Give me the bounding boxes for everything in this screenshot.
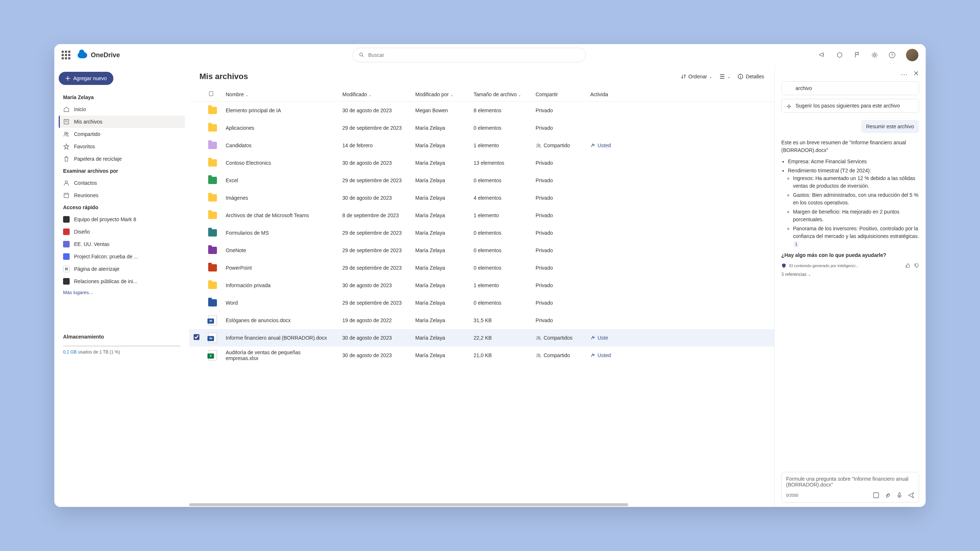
folder-icon bbox=[208, 142, 217, 149]
copilot-input-placeholder: Formule una pregunta sobre "Informe fina… bbox=[786, 476, 915, 489]
table-row[interactable]: Aplicaciones 29 de septiembre de 2023 Ma… bbox=[189, 119, 775, 137]
details-button[interactable]: Detalles bbox=[738, 74, 764, 79]
list-view-icon bbox=[719, 74, 725, 79]
mic-icon[interactable] bbox=[896, 492, 903, 499]
file-activity bbox=[586, 259, 775, 276]
file-share: Privado bbox=[531, 259, 586, 276]
file-name: Imágenes bbox=[221, 189, 338, 206]
sort-button[interactable]: Ordenar ⌄ bbox=[681, 74, 712, 79]
copilot-input[interactable]: Formule una pregunta sobre "Informe fina… bbox=[781, 472, 919, 503]
thumbs-down-icon[interactable] bbox=[914, 263, 919, 268]
home-icon bbox=[63, 106, 70, 113]
col-header[interactable]: Modificado por⌄ bbox=[411, 87, 469, 102]
announcements-icon[interactable] bbox=[818, 51, 826, 59]
file-by: María Zelaya bbox=[411, 259, 469, 276]
table-row[interactable]: Información privada 30 de agosto de 2023… bbox=[189, 276, 775, 294]
nav-item-people[interactable]: Compartido bbox=[59, 128, 185, 140]
add-new-button[interactable]: Agregar nuevo bbox=[59, 72, 113, 85]
horizontal-scrollbar[interactable] bbox=[189, 503, 775, 507]
search-box[interactable] bbox=[353, 48, 586, 62]
table-row[interactable]: Candidatos 14 de febrero María Zelaya 1 … bbox=[189, 137, 775, 154]
file-name: OneNote bbox=[221, 241, 338, 259]
svg-rect-18 bbox=[209, 92, 213, 96]
table-row[interactable]: Excel 29 de septiembre de 2023 María Zel… bbox=[189, 171, 775, 189]
col-header[interactable]: Compartir bbox=[531, 87, 586, 102]
search-input[interactable] bbox=[368, 52, 580, 58]
col-header[interactable]: Activida bbox=[586, 87, 775, 102]
quick-icon bbox=[63, 241, 70, 248]
main: Mis archivos Ordenar ⌄ ⌄ Detalles bbox=[189, 66, 775, 507]
nav-item-files[interactable]: Mis archivos bbox=[59, 116, 185, 128]
file-share: Privado bbox=[531, 206, 586, 224]
file-share: Compartidos bbox=[531, 329, 586, 346]
suggestion-card-2[interactable]: Sugerir los pasos siguientes para este a… bbox=[781, 99, 919, 113]
file-share: Privado bbox=[531, 154, 586, 171]
reference-badge[interactable]: 1 bbox=[794, 241, 799, 248]
table-row[interactable]: X Auditoría de ventas de pequeñas empres… bbox=[189, 346, 775, 364]
file-activity bbox=[586, 241, 775, 259]
flag-icon[interactable] bbox=[853, 51, 861, 59]
nav-item-trash[interactable]: Papelera de reciclaje bbox=[59, 153, 185, 165]
more-icon[interactable]: ⋯ bbox=[901, 70, 907, 78]
view-button[interactable]: ⌄ bbox=[719, 74, 730, 79]
attachment-box-icon[interactable] bbox=[873, 492, 880, 499]
browse-item[interactable]: Reuniones bbox=[59, 189, 185, 202]
attach-icon[interactable] bbox=[885, 492, 891, 499]
table-row[interactable]: Elemento principal de IA 30 de agosto de… bbox=[189, 102, 775, 119]
file-name: Formularios de MS bbox=[221, 224, 338, 241]
quick-icon bbox=[63, 253, 70, 260]
table-row[interactable]: PowerPoint 29 de septiembre de 2023 Marí… bbox=[189, 259, 775, 276]
folder-icon bbox=[208, 247, 217, 254]
help-icon[interactable]: ? bbox=[888, 51, 896, 59]
thumbs-up-icon[interactable] bbox=[905, 263, 910, 268]
file-modified: 29 de septiembre de 2023 bbox=[338, 259, 411, 276]
file-by: María Zelaya bbox=[411, 294, 469, 311]
table-row[interactable]: Formularios de MS 29 de septiembre de 20… bbox=[189, 224, 775, 241]
main-header: Mis archivos Ordenar ⌄ ⌄ Detalles bbox=[189, 66, 775, 87]
col-header[interactable]: Modificado⌄ bbox=[338, 87, 411, 102]
file-share: Privado bbox=[531, 276, 586, 294]
shared-icon bbox=[536, 143, 541, 148]
file-by: Megan Bowen bbox=[411, 102, 469, 119]
file-modified: 29 de septiembre de 2023 bbox=[338, 171, 411, 189]
table-row[interactable]: W Eslóganes de anuncios.docx 19 de agost… bbox=[189, 311, 775, 329]
more-places-link[interactable]: Más lugares... bbox=[59, 287, 185, 297]
suggestion-card-1[interactable]: archivo bbox=[781, 81, 919, 95]
table-row[interactable]: W Informe financiero anual (BORRADOR).do… bbox=[189, 329, 775, 346]
row-checkbox[interactable] bbox=[194, 334, 199, 340]
close-icon[interactable] bbox=[913, 70, 919, 78]
app-launcher-icon[interactable] bbox=[62, 51, 70, 59]
premium-icon[interactable] bbox=[836, 51, 843, 59]
browse-title: Examinar archivos por bbox=[59, 165, 185, 177]
col-header[interactable]: Tamaño de archivo⌄ bbox=[469, 87, 531, 102]
browse-item[interactable]: Contactos bbox=[59, 177, 185, 189]
quick-item[interactable]: Equipo del proyecto Mark 8 bbox=[59, 213, 185, 225]
table-row[interactable]: OneNote 29 de septiembre de 2023 María Z… bbox=[189, 241, 775, 259]
file-name: Candidatos bbox=[221, 137, 338, 154]
copilot-header: ⋯ bbox=[781, 70, 919, 78]
file-modified: 30 de agosto de 2023 bbox=[338, 346, 411, 364]
file-name: Archivos de chat de Microsoft Teams bbox=[221, 206, 338, 224]
page-title: Mis archivos bbox=[199, 72, 248, 81]
avatar[interactable] bbox=[906, 49, 918, 61]
table-row[interactable]: Word 29 de septiembre de 2023 María Zela… bbox=[189, 294, 775, 311]
quick-item[interactable]: HPágina de aterrizaje bbox=[59, 263, 185, 275]
nav-item-star[interactable]: Favoritos bbox=[59, 140, 185, 153]
references-toggle[interactable]: 3 referencias ⌄ bbox=[781, 271, 919, 278]
table-row[interactable]: Contoso Electronics 30 de agosto de 2023… bbox=[189, 154, 775, 171]
quick-item[interactable]: EE. UU. Ventas bbox=[59, 238, 185, 250]
table-row[interactable]: Archivos de chat de Microsoft Teams 8 de… bbox=[189, 206, 775, 224]
file-size: 0 elementos bbox=[469, 119, 531, 137]
settings-icon[interactable] bbox=[871, 51, 878, 59]
file-table-wrap[interactable]: Nombre⌄Modificado⌄Modificado por⌄Tamaño … bbox=[189, 87, 775, 503]
col-check[interactable] bbox=[189, 87, 204, 102]
quick-item[interactable]: Project Falcon: prueba de ... bbox=[59, 250, 185, 263]
send-icon[interactable] bbox=[908, 492, 915, 499]
quick-item[interactable]: Diseño bbox=[59, 225, 185, 238]
col-header[interactable]: Nombre⌄ bbox=[221, 87, 338, 102]
copilot-response: Este es un breve resumen de "Informe fin… bbox=[781, 139, 919, 468]
svg-rect-26 bbox=[899, 493, 900, 496]
table-row[interactable]: Imágenes 30 de agosto de 2023 María Zela… bbox=[189, 189, 775, 206]
nav-item-home[interactable]: Inicio bbox=[59, 103, 185, 116]
quick-item[interactable]: Relaciones públicas de ini... bbox=[59, 275, 185, 287]
